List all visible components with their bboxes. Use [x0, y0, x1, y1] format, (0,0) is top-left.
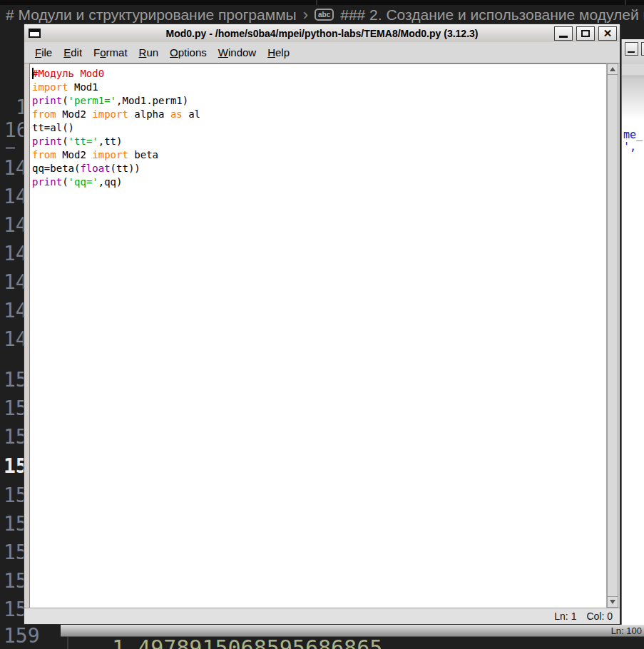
window-title: Mod0.py - /home/s0ba4/mpei/python-labs/T…	[24, 28, 620, 39]
menu-format[interactable]: Format	[88, 46, 133, 58]
breadcrumb: # Модули и структурирование программы › …	[6, 5, 644, 24]
indent-guide-line	[67, 637, 68, 649]
scroll-down-button[interactable]	[607, 596, 618, 608]
background-window-menubar	[622, 64, 644, 76]
menubar: FileEditFormatRunOptionsWindowHelp	[24, 42, 620, 63]
minimize-icon	[559, 36, 568, 38]
menu-run[interactable]: Run	[133, 46, 165, 58]
code-line: print('tt=',tt)	[32, 135, 604, 148]
background-window-shadow	[622, 76, 644, 119]
line-indicator: Ln: 1	[554, 610, 576, 622]
background-window-statusbar: Ln: 100	[61, 625, 644, 637]
close-button[interactable]: ✕	[598, 26, 617, 41]
code-line: print('qq=',qq)	[32, 175, 604, 189]
close-icon: ✕	[599, 27, 616, 39]
text-caret	[32, 68, 34, 79]
menu-options[interactable]: Options	[164, 46, 213, 58]
menu-file[interactable]: File	[29, 46, 58, 58]
code-line: print('perm1=',Mod1.perm1)	[32, 94, 604, 108]
maximize-button[interactable]	[576, 26, 595, 41]
background-window-titlebar[interactable]	[622, 39, 644, 64]
code-line: tt=al()	[32, 121, 604, 135]
breadcrumb-item-chapter[interactable]: # Модули и структурирование программы	[6, 6, 297, 24]
abc-symbol-icon: abc	[315, 9, 334, 21]
background-window-line-indicator: Ln: 100	[611, 625, 642, 636]
breadcrumb-item-section[interactable]: ### 2. Создание и использование модулей …	[340, 6, 644, 24]
titlebar[interactable]: Mod0.py - /home/s0ba4/mpei/python-labs/T…	[24, 24, 620, 42]
menu-edit[interactable]: Edit	[58, 46, 88, 58]
statusbar: Ln: 1 Col: 0	[24, 608, 620, 624]
code-line: import Mod1	[32, 81, 604, 94]
code-editor-area[interactable]: #Модуль Mod0import Mod1print('perm1=',Mo…	[29, 63, 606, 608]
code-line: from Mod2 import beta	[32, 148, 604, 162]
background-output-value: 1.4978915068595686865	[112, 635, 382, 649]
background-tab-strip	[0, 0, 644, 5]
chevron-right-icon: ›	[303, 6, 308, 24]
gutter-dash	[6, 147, 15, 149]
arrow-down-icon	[610, 600, 615, 604]
line-number: 159	[4, 626, 40, 646]
idle-editor-window: Mod0.py - /home/s0ba4/mpei/python-labs/T…	[24, 24, 620, 625]
background-window-code: me_',	[622, 119, 644, 153]
menu-help[interactable]: Help	[262, 46, 295, 58]
tab-separator	[625, 0, 626, 5]
background-window-right-edge: me_',	[621, 39, 644, 625]
column-indicator: Col: 0	[586, 610, 613, 622]
minimize-icon	[628, 51, 635, 53]
vertical-scrollbar[interactable]	[606, 63, 618, 608]
menu-window[interactable]: Window	[213, 46, 262, 58]
maximize-button[interactable]	[641, 42, 644, 56]
code-line: from Mod2 import alpha as al	[32, 108, 604, 121]
tab-separator	[316, 0, 317, 5]
minimize-button[interactable]	[554, 26, 573, 41]
minimize-button[interactable]	[625, 42, 638, 56]
code-line: qq=beta(float(tt))	[32, 162, 604, 175]
scroll-up-button[interactable]	[607, 63, 618, 75]
maximize-icon	[581, 30, 590, 37]
scrollbar-thumb[interactable]	[607, 75, 618, 596]
code-line: #Модуль Mod0	[32, 67, 604, 81]
arrow-up-icon	[610, 67, 615, 71]
